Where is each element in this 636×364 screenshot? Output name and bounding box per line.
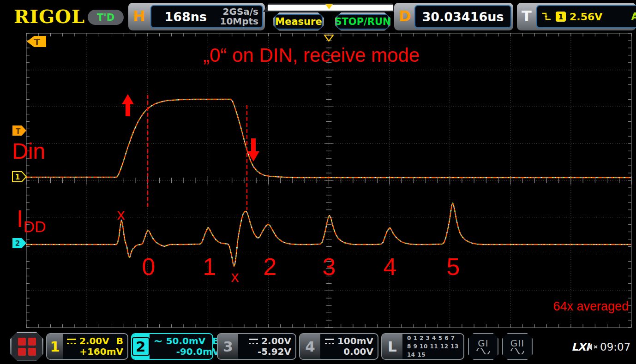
trigger-position-offscreen-marker[interactable]: T [27, 36, 46, 48]
svg-text:T: T [34, 36, 40, 48]
oscilloscope-screen: RIGOL T'D H 168ns 2GSa/s 10Mpts Measure … [0, 0, 636, 364]
channel1-ground-marker[interactable]: 1 [12, 172, 26, 182]
graticule [26, 33, 631, 328]
annotation-bit-3: 3 [311, 253, 348, 280]
svg-text:1: 1 [15, 173, 20, 181]
trigger-level-marker[interactable]: T [12, 125, 26, 136]
annotation-din-label: Din [12, 138, 45, 164]
annotation-up-arrow-icon [122, 94, 134, 116]
annotation-bit-2: 2 [252, 253, 288, 280]
annotation-x-mark-1: x [117, 205, 125, 223]
annotation-title: „0“ on DIN, receive mode [203, 44, 420, 66]
svg-text:2: 2 [15, 239, 20, 248]
annotation-bit-1: 1 [191, 253, 228, 280]
svg-text:T: T [16, 127, 21, 136]
annotation-bit-0: 0 [130, 253, 167, 280]
annotation-bit-5: 5 [435, 253, 472, 280]
annotation-averaged-label: 64x averaged [553, 299, 629, 314]
annotation-x-mark-2: x [231, 268, 239, 285]
annotation-idd-label: IDD [17, 205, 46, 236]
channel2-ground-marker[interactable]: 2 [12, 238, 26, 248]
annotation-bit-4: 4 [372, 253, 408, 280]
